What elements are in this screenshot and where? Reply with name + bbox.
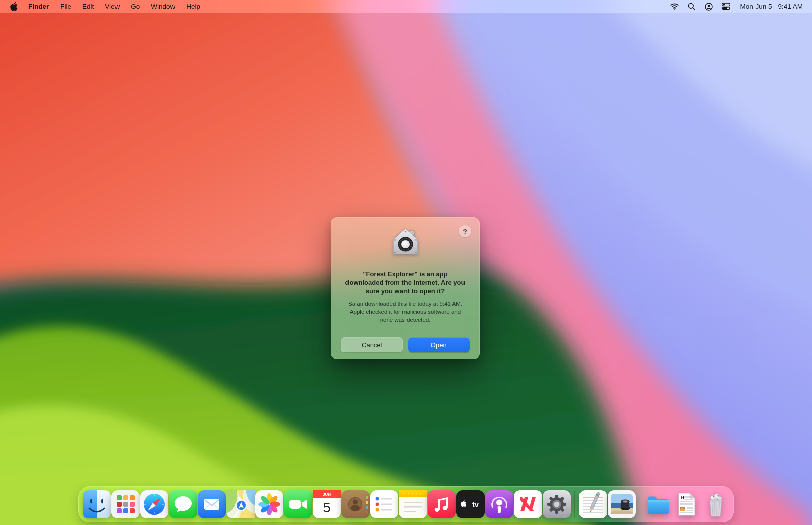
dock-item-photos[interactable]: [255, 490, 283, 519]
calendar-day-label: 5: [323, 500, 331, 515]
menu-app-name[interactable]: Finder: [23, 3, 54, 10]
dock: JUN 5: [78, 486, 734, 522]
gatekeeper-dialog: ? "Forest Explorer" is an app downloaded…: [331, 217, 480, 359]
help-button[interactable]: ?: [459, 225, 471, 237]
tv-label: tv: [472, 501, 479, 509]
dialog-title: "Forest Explorer" is an app downloaded f…: [345, 270, 466, 295]
menu-bar-time: 9:41 AM: [778, 3, 803, 10]
search-icon[interactable]: [683, 3, 700, 10]
finder-icon: [83, 490, 111, 518]
dock-item-document[interactable]: H: [672, 490, 701, 519]
facetime-icon: [284, 490, 312, 518]
dock-item-music[interactable]: [427, 490, 456, 519]
document-letter: H: [680, 494, 685, 500]
cancel-button[interactable]: Cancel: [341, 337, 403, 352]
apple-icon: [10, 2, 18, 11]
menu-bar-date: Mon Jun 5: [740, 3, 772, 10]
dock-item-facetime[interactable]: [283, 490, 312, 519]
downloads-folder-icon: [644, 490, 672, 518]
safari-icon: [140, 490, 168, 518]
notes-icon: [399, 490, 427, 518]
menu-edit[interactable]: Edit: [77, 3, 99, 10]
dock-item-messages[interactable]: [168, 490, 197, 519]
trash-icon: [702, 490, 730, 518]
music-icon: [428, 490, 456, 518]
dock-item-calendar[interactable]: JUN 5: [312, 490, 341, 519]
mail-icon: [198, 490, 226, 518]
dock-item-reminders[interactable]: [370, 490, 398, 519]
dialog-body-text: Safari downloaded this file today at 9:4…: [347, 300, 464, 324]
control-center-icon[interactable]: [717, 3, 735, 10]
menu-go[interactable]: Go: [125, 3, 145, 10]
menu-bar-left: Finder File Edit View Go Window Help: [9, 2, 206, 11]
textedit-icon: [579, 490, 607, 518]
wifi-icon[interactable]: [666, 3, 683, 10]
menu-bar: Finder File Edit View Go Window Help: [0, 0, 812, 13]
dock-item-tv[interactable]: tv: [456, 490, 485, 519]
dock-separator: [640, 491, 640, 518]
apple-menu[interactable]: [9, 2, 23, 11]
reminders-icon: [370, 490, 398, 518]
document-icon: H: [673, 490, 701, 518]
dock-item-textedit[interactable]: [578, 490, 607, 519]
dock-item-finder[interactable]: [82, 490, 111, 519]
calendar-icon: JUN 5: [313, 490, 341, 518]
contacts-icon: [341, 490, 370, 518]
menu-view[interactable]: View: [99, 3, 125, 10]
dock-item-podcasts[interactable]: [485, 490, 513, 519]
podcasts-icon: [485, 490, 513, 518]
system-settings-icon: [543, 490, 571, 518]
menu-bar-status: Mon Jun 5 9:41 AM: [666, 3, 803, 11]
dock-item-notes[interactable]: [398, 490, 427, 519]
news-icon: [514, 490, 542, 518]
maps-icon: [226, 490, 255, 518]
dock-item-contacts[interactable]: [341, 490, 370, 519]
gatekeeper-security-icon: [391, 227, 420, 256]
dock-item-safari[interactable]: [140, 490, 168, 519]
messages-icon: [169, 490, 197, 518]
dock-item-news[interactable]: [513, 490, 542, 519]
menu-bar-clock[interactable]: Mon Jun 5 9:41 AM: [735, 3, 803, 10]
calendar-month-label: JUN: [322, 492, 330, 497]
dock-item-downloads-folder[interactable]: [644, 490, 672, 519]
dock-item-maps[interactable]: [226, 490, 255, 519]
dock-item-system-settings[interactable]: [542, 490, 571, 519]
launchpad-icon: [111, 490, 140, 518]
open-button[interactable]: Open: [408, 337, 470, 352]
dock-separator: [574, 491, 575, 518]
dialog-buttons: Cancel Open: [341, 337, 470, 352]
dock-item-trash[interactable]: [701, 490, 730, 519]
tv-icon: tv: [456, 490, 485, 518]
user-icon[interactable]: [700, 3, 717, 11]
menu-help[interactable]: Help: [181, 3, 206, 10]
dock-item-preview[interactable]: [607, 490, 636, 519]
menu-file[interactable]: File: [54, 3, 77, 10]
menu-window[interactable]: Window: [145, 3, 181, 10]
dock-item-mail[interactable]: [197, 490, 226, 519]
photos-icon: [255, 490, 283, 518]
preview-icon: [608, 490, 636, 518]
dock-item-launchpad[interactable]: [111, 490, 140, 519]
